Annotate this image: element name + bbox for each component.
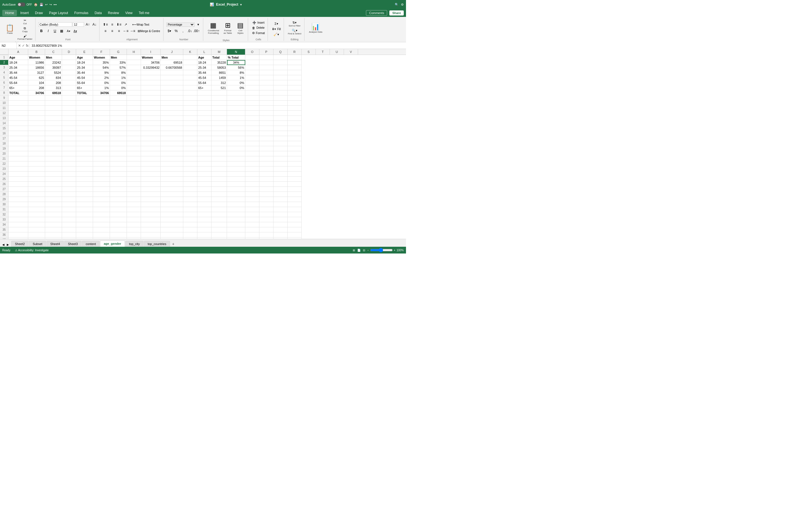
cell-empty-27-11[interactable] [197,187,211,192]
cell-empty-16-9[interactable] [161,131,183,136]
row-num-24[interactable]: 24 [0,172,8,177]
cell-empty-13-5[interactable] [93,116,110,121]
cell-empty-9-16[interactable] [273,96,288,101]
col-header-L[interactable]: L [197,49,211,55]
cell-empty-25-10[interactable] [183,177,197,182]
cell-empty-21-1[interactable] [28,156,45,161]
cell-empty-12-0[interactable] [8,111,28,116]
cell-empty-11-5[interactable] [93,106,110,111]
find-select-button[interactable]: 🔍▾ Find & Select [287,28,303,36]
cell-empty-30-14[interactable] [245,202,259,207]
cell-empty-24-5[interactable] [93,172,110,177]
cell-M3[interactable]: 58053 [211,65,227,70]
cell-empty-31-15[interactable] [259,207,273,212]
cell-empty-17-16[interactable] [273,136,288,141]
cell-empty-36-9[interactable] [161,232,183,237]
cell-empty-34-2[interactable] [45,222,62,227]
cell-empty-25-13[interactable] [227,177,245,182]
cell-empty-14-14[interactable] [245,121,259,126]
number-format-select[interactable]: Percentage General Number Currency [166,22,195,27]
font-name-input[interactable] [38,22,72,27]
cell-empty-22-9[interactable] [161,161,183,166]
row-num-32[interactable]: 32 [0,212,8,217]
cell-empty-24-12[interactable] [211,172,227,177]
cell-empty-23-9[interactable] [161,166,183,172]
decrease-indent-button[interactable]: ←≡ [123,28,129,34]
row-num-7[interactable]: 7 [0,86,8,91]
col-header-K[interactable]: K [183,49,197,55]
col-header-J[interactable]: J [161,49,183,55]
cell-empty-33-1[interactable] [28,217,45,222]
cell-empty-12-6[interactable] [110,111,127,116]
redo-icon[interactable]: ↪ [49,3,52,6]
cell-K8[interactable] [183,91,197,96]
cell-empty-29-1[interactable] [28,197,45,202]
cell-L8[interactable] [197,91,211,96]
cell-empty-22-10[interactable] [183,161,197,166]
cell-empty-23-14[interactable] [245,166,259,172]
cell-empty-12-10[interactable] [183,111,197,116]
cell-empty-28-12[interactable] [211,192,227,197]
cell-P3[interactable] [259,65,273,70]
cell-empty-36-15[interactable] [259,232,273,237]
cell-empty-31-3[interactable] [62,207,76,212]
cell-empty-34-15[interactable] [259,222,273,227]
cell-empty-30-2[interactable] [45,202,62,207]
cell-empty-28-9[interactable] [161,192,183,197]
cell-empty-14-4[interactable] [76,121,93,126]
cell-empty-20-15[interactable] [259,151,273,156]
cell-empty-21-3[interactable] [62,156,76,161]
menu-data[interactable]: Data [92,10,104,16]
cell-empty-14-17[interactable] [288,121,302,126]
cell-P7[interactable] [259,86,273,91]
cell-empty-13-15[interactable] [259,116,273,121]
cell-empty-17-11[interactable] [197,136,211,141]
cell-Q1[interactable] [273,55,288,60]
cell-J4[interactable] [161,70,183,75]
cell-empty-26-7[interactable] [127,182,141,187]
cell-empty-10-13[interactable] [227,101,245,106]
cell-empty-16-8[interactable] [141,131,161,136]
cell-empty-9-12[interactable] [211,96,227,101]
cell-empty-22-17[interactable] [288,161,302,166]
cell-empty-28-3[interactable] [62,192,76,197]
cell-empty-22-11[interactable] [197,161,211,166]
cell-empty-14-0[interactable] [8,121,28,126]
cell-empty-28-8[interactable] [141,192,161,197]
cell-empty-21-13[interactable] [227,156,245,161]
cell-empty-29-5[interactable] [93,197,110,202]
cell-empty-16-1[interactable] [28,131,45,136]
cell-empty-29-15[interactable] [259,197,273,202]
cell-empty-22-13[interactable] [227,161,245,166]
cell-empty-23-13[interactable] [227,166,245,172]
col-header-B[interactable]: B [28,49,45,55]
cell-empty-30-17[interactable] [288,202,302,207]
cell-empty-31-4[interactable] [76,207,93,212]
sheet-tab-sheet2[interactable]: Sheet2 [11,241,29,247]
cell-A3[interactable]: 25-34 [8,65,28,70]
search-icon[interactable]: 🔍 [395,3,399,6]
cell-empty-12-7[interactable] [127,111,141,116]
cell-empty-33-8[interactable] [141,217,161,222]
cell-empty-34-6[interactable] [110,222,127,227]
cell-K5[interactable] [183,75,197,80]
cell-P6[interactable] [259,80,273,86]
cell-empty-28-14[interactable] [245,192,259,197]
cell-empty-19-5[interactable] [93,146,110,151]
cell-empty-12-13[interactable] [227,111,245,116]
row-num-1[interactable]: 1 [0,55,8,60]
cell-empty-27-17[interactable] [288,187,302,192]
cell-H2[interactable] [127,60,141,65]
cell-empty-11-9[interactable] [161,106,183,111]
menu-formulas[interactable]: Formulas [71,10,91,16]
cell-empty-13-13[interactable] [227,116,245,121]
cell-empty-9-7[interactable] [127,96,141,101]
cell-empty-34-5[interactable] [93,222,110,227]
row-num-3[interactable]: 3 [0,65,8,70]
cell-empty-35-8[interactable] [141,227,161,232]
cell-L5[interactable]: 45-54 [197,75,211,80]
tab-prev-button[interactable]: ◀ [1,242,6,247]
cell-empty-31-10[interactable] [183,207,197,212]
cell-empty-33-13[interactable] [227,217,245,222]
cell-P1[interactable] [259,55,273,60]
